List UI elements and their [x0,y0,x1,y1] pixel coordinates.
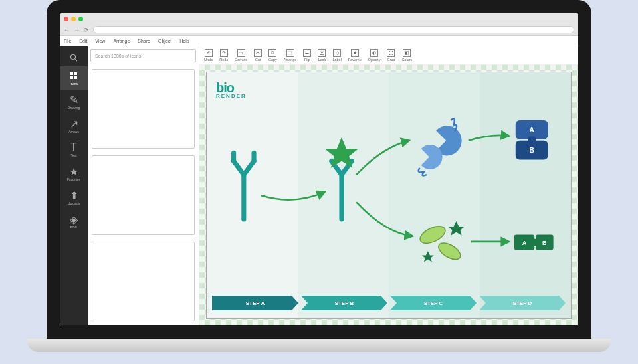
tool-label[interactable]: ◇Label [332,49,342,62]
minimize-dot[interactable] [71,17,76,21]
tool-label: Undo [204,58,213,62]
redo-icon: ↷ [220,49,228,57]
sidebar-item-icons[interactable]: Icons [60,66,88,90]
copy-icon: ⧉ [268,49,276,57]
canvas[interactable]: bio RENDER [206,72,572,319]
step-c[interactable]: STEP C [390,296,477,310]
arrange-icon: ⬚ [286,49,294,57]
maximize-dot[interactable] [78,17,83,21]
svg-rect-2 [70,72,73,75]
sidebar-item-drawing[interactable]: ✎ Drawing [60,90,88,114]
back-icon[interactable]: ← [64,27,70,33]
svg-text:A: A [522,240,527,246]
tool-arrange[interactable]: ⬚Arrange [283,49,298,62]
db-icon: ◈ [69,215,78,224]
tool-lock[interactable]: ⚿Lock [317,49,326,62]
toolbar: ↶Undo ↷Redo ▭Canvas ✂Cut ⧉Copy ⬚Arrange … [199,46,578,65]
sidebar-label: Uploads [68,201,80,205]
menu-object[interactable]: Object [158,39,171,43]
tool-label: Cut [255,58,261,62]
svg-marker-14 [325,137,359,168]
protein-complex-icon: A B [516,120,548,160]
menu-edit[interactable]: Edit [79,39,87,43]
tool-flip[interactable]: ⇋Flip [302,49,312,62]
sidebar-label: Drawing [68,106,80,110]
library-panel: Search 1000s of icons [88,46,199,325]
tool-colors[interactable]: ◧Colors [401,49,413,62]
reload-icon[interactable]: ⟳ [84,27,89,33]
tool-label: Favorite [348,58,362,62]
sidebar-label: Icons [70,82,78,86]
flip-icon: ⇋ [303,49,311,57]
sidebar-item-pdb[interactable]: ◈ PDB [60,210,88,234]
tool-label: Colors [401,58,412,62]
svg-rect-5 [74,76,77,79]
svg-line-8 [244,161,254,175]
text-icon: T [69,143,78,152]
search-input[interactable]: Search 1000s of icons [90,49,196,62]
menu-view[interactable]: View [95,39,105,43]
lock-icon: ⚿ [318,49,326,57]
thumbnail[interactable] [92,242,195,321]
sidebar-item-favorites[interactable]: ★ Favorites [60,162,88,186]
tool-label: Arrange [284,58,297,62]
svg-point-16 [436,240,463,263]
cut-icon: ✂ [254,49,262,57]
menu-bar: File Edit View Arrange Share Object Help [60,36,578,46]
menu-share[interactable]: Share [138,39,150,43]
opacity-icon: ◐ [370,49,378,57]
thumbnail[interactable] [92,155,195,235]
forward-icon[interactable]: → [74,27,80,33]
step-b[interactable]: STEP B [301,296,387,310]
tool-cut[interactable]: ✂Cut [253,49,263,62]
enzyme-icon [419,118,462,175]
tool-label: Opacity [368,58,381,62]
sidebar-item-uploads[interactable]: ⬆ Uploads [60,186,88,210]
menu-arrange[interactable]: Arrange [113,39,130,43]
sidebar-item-text[interactable]: T Text [60,138,88,162]
browser-nav: ← → ⟳ [60,24,578,36]
bacteria-icon [417,221,464,262]
upload-icon: ⬆ [69,191,78,200]
menu-help[interactable]: Help [179,39,189,43]
canvas-icon: ▭ [237,49,245,57]
sidebar-label: Arrows [68,130,79,134]
tool-label: Copy [268,58,277,62]
protein-pair-icon: A B [514,235,554,250]
tool-label: Lock [318,58,326,62]
star-icon: ★ [69,167,78,176]
svg-marker-18 [422,251,434,262]
tool-copy[interactable]: ⧉Copy [268,49,278,62]
step-d[interactable]: STEP D [479,296,566,310]
tool-canvas[interactable]: ▭Canvas [234,49,248,62]
tool-favorite[interactable]: ★Favorite [348,49,362,62]
tool-redo[interactable]: ↷Redo [219,49,229,62]
tool-opacity[interactable]: ◐Opacity [368,49,381,62]
sidebar-label: PDB [70,225,77,229]
svg-text:A: A [529,126,534,134]
svg-rect-21 [528,137,536,145]
tool-undo[interactable]: ↶Undo [203,49,213,62]
close-dot[interactable] [64,17,68,21]
sidebar-search[interactable] [60,49,88,66]
ligand-receptor-icon [325,137,359,219]
undo-icon: ↶ [205,49,213,57]
svg-rect-4 [70,76,73,79]
sidebar-item-arrows[interactable]: ↗ Arrows [60,114,88,138]
tool-crop[interactable]: ⛶Crop [386,49,395,62]
tool-label: Crop [387,58,395,62]
grid-icon [69,71,78,80]
laptop-base [27,339,611,352]
canvas-area[interactable]: bio RENDER [199,65,578,325]
search-icon [70,54,78,62]
svg-rect-3 [74,72,77,75]
colors-icon: ◧ [403,49,411,57]
thumbnail[interactable] [92,69,195,149]
url-input[interactable] [93,26,574,33]
step-a[interactable]: STEP A [212,296,298,310]
diagram-svg: A B A B [207,72,571,318]
tool-label: Label [332,58,341,62]
step-arrows: STEP A STEP B STEP C STEP D [212,296,566,310]
menu-file[interactable]: File [64,39,71,43]
favorite-icon: ★ [351,49,359,57]
